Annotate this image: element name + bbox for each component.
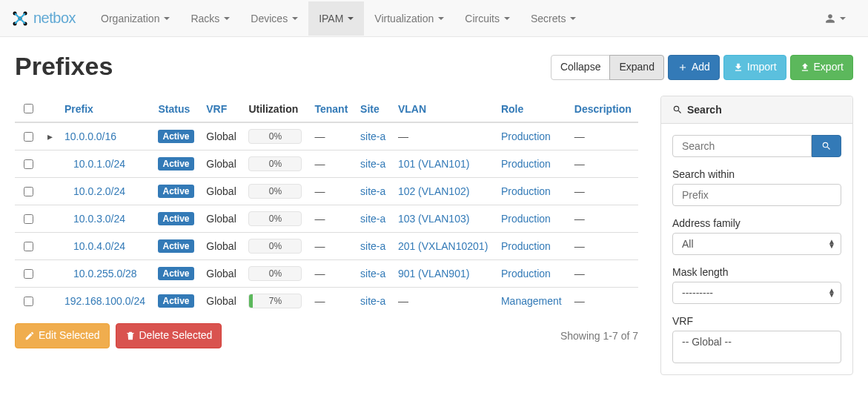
- vlan-link[interactable]: 101 (VLAN101): [398, 158, 470, 170]
- collapse-button[interactable]: Collapse: [551, 55, 610, 80]
- nav-item-racks[interactable]: Racks: [180, 1, 240, 36]
- vrf-multiselect[interactable]: -- Global --: [672, 331, 841, 363]
- col-prefix[interactable]: Prefix: [64, 103, 93, 115]
- tenant-value: —: [314, 213, 325, 225]
- col-vrf[interactable]: VRF: [206, 103, 227, 115]
- status-badge: Active: [158, 185, 193, 198]
- brand-text: netbox: [33, 10, 76, 27]
- export-button[interactable]: Export: [790, 55, 853, 80]
- edit-selected-button[interactable]: Edit Selected: [15, 323, 110, 348]
- nav-item-virtualization[interactable]: Virtualization: [364, 1, 454, 36]
- site-link[interactable]: site-a: [360, 158, 385, 170]
- address-family-select[interactable]: All: [672, 233, 841, 255]
- search-input[interactable]: [672, 135, 812, 157]
- expand-toggle-icon[interactable]: ▸: [47, 130, 53, 142]
- status-badge: Active: [158, 157, 193, 171]
- nav-item-label: Secrets: [531, 13, 566, 24]
- col-utilization: Utilization: [248, 103, 298, 115]
- caret-down-icon: [570, 17, 576, 20]
- delete-selected-label: Delete Selected: [139, 328, 213, 343]
- row-checkbox[interactable]: [24, 269, 33, 279]
- prefix-link[interactable]: 10.0.255.0/28: [73, 268, 137, 279]
- row-checkbox[interactable]: [24, 187, 33, 196]
- role-link[interactable]: Production: [501, 158, 551, 170]
- role-link[interactable]: Production: [501, 268, 551, 279]
- utilization-bar: 7%: [248, 294, 302, 308]
- col-tenant[interactable]: Tenant: [314, 103, 348, 115]
- row-checkbox[interactable]: [24, 297, 33, 306]
- pagination-summary: Showing 1-7 of 7: [560, 330, 638, 342]
- prefix-link[interactable]: 10.0.0.0/16: [64, 130, 116, 142]
- caret-down-icon: [504, 17, 510, 20]
- vrf-value: Global: [206, 213, 236, 225]
- prefix-link[interactable]: 192.168.100.0/24: [64, 295, 145, 307]
- vlan-value: —: [398, 295, 408, 307]
- address-family-label: Address family: [672, 217, 841, 229]
- role-link[interactable]: Production: [501, 185, 551, 197]
- vlan-value: —: [398, 130, 408, 142]
- user-menu[interactable]: [814, 2, 857, 35]
- col-vlan[interactable]: VLAN: [398, 103, 426, 115]
- add-button[interactable]: Add: [668, 55, 720, 80]
- prefix-link[interactable]: 10.0.1.0/24: [73, 158, 125, 170]
- status-badge: Active: [158, 267, 193, 280]
- caret-down-icon: [292, 17, 298, 20]
- role-link[interactable]: Management: [501, 295, 562, 307]
- import-button[interactable]: Import: [723, 55, 786, 80]
- role-link[interactable]: Production: [501, 213, 551, 225]
- prefix-link[interactable]: 10.0.4.0/24: [73, 240, 125, 252]
- caret-down-icon: [840, 17, 846, 20]
- row-checkbox[interactable]: [24, 242, 33, 251]
- expand-button[interactable]: Expand: [609, 55, 663, 80]
- vrf-value: Global: [206, 295, 236, 307]
- delete-selected-button[interactable]: Delete Selected: [116, 323, 222, 348]
- nav-item-organization[interactable]: Organization: [90, 1, 180, 36]
- col-role[interactable]: Role: [501, 103, 523, 115]
- nav-item-label: Organization: [101, 13, 159, 24]
- site-link[interactable]: site-a: [360, 295, 385, 307]
- nav-item-devices[interactable]: Devices: [240, 1, 308, 36]
- vrf-value: Global: [206, 130, 236, 142]
- plus-icon: [677, 62, 688, 73]
- nav-item-label: Virtualization: [374, 13, 434, 24]
- search-submit-button[interactable]: [812, 135, 841, 157]
- select-all-checkbox[interactable]: [24, 104, 33, 113]
- site-link[interactable]: site-a: [360, 185, 385, 197]
- brand-link[interactable]: netbox: [11, 10, 76, 27]
- vlan-link[interactable]: 201 (VXLAN10201): [398, 240, 488, 252]
- nav-item-label: Racks: [191, 13, 219, 24]
- nav-item-circuits[interactable]: Circuits: [454, 1, 520, 36]
- role-link[interactable]: Production: [501, 130, 551, 142]
- table-row: 10.0.3.0/24ActiveGlobal0%—site-a103 (VLA…: [15, 205, 638, 233]
- vlan-link[interactable]: 102 (VLAN102): [398, 185, 470, 197]
- row-checkbox[interactable]: [24, 159, 33, 169]
- row-checkbox[interactable]: [24, 132, 33, 142]
- mask-length-select[interactable]: ---------: [672, 282, 841, 304]
- tenant-value: —: [314, 185, 325, 197]
- col-site[interactable]: Site: [360, 103, 380, 115]
- prefix-link[interactable]: 10.0.3.0/24: [73, 213, 125, 225]
- nav-item-secrets[interactable]: Secrets: [520, 1, 586, 36]
- site-link[interactable]: site-a: [360, 268, 385, 279]
- edit-selected-label: Edit Selected: [39, 328, 100, 343]
- site-link[interactable]: site-a: [360, 130, 385, 142]
- search-within-input[interactable]: [672, 184, 841, 206]
- nav-item-ipam[interactable]: IPAM: [308, 1, 364, 36]
- vrf-value: Global: [206, 268, 236, 279]
- tenant-value: —: [314, 130, 325, 142]
- netbox-logo-icon: [11, 10, 29, 27]
- prefix-link[interactable]: 10.0.2.0/24: [73, 185, 125, 197]
- site-link[interactable]: site-a: [360, 240, 385, 252]
- role-link[interactable]: Production: [501, 240, 551, 252]
- col-status[interactable]: Status: [158, 103, 190, 115]
- site-link[interactable]: site-a: [360, 213, 385, 225]
- user-icon: [825, 13, 835, 24]
- nav-item-label: Circuits: [465, 13, 500, 24]
- vrf-option-global[interactable]: -- Global --: [673, 334, 841, 349]
- vlan-link[interactable]: 103 (VLAN103): [398, 213, 470, 225]
- nav-item-label: IPAM: [319, 13, 343, 24]
- vlan-link[interactable]: 901 (VLAN901): [398, 268, 470, 279]
- col-description[interactable]: Description: [574, 103, 632, 115]
- row-checkbox[interactable]: [24, 214, 33, 224]
- utilization-bar: 0%: [248, 211, 302, 226]
